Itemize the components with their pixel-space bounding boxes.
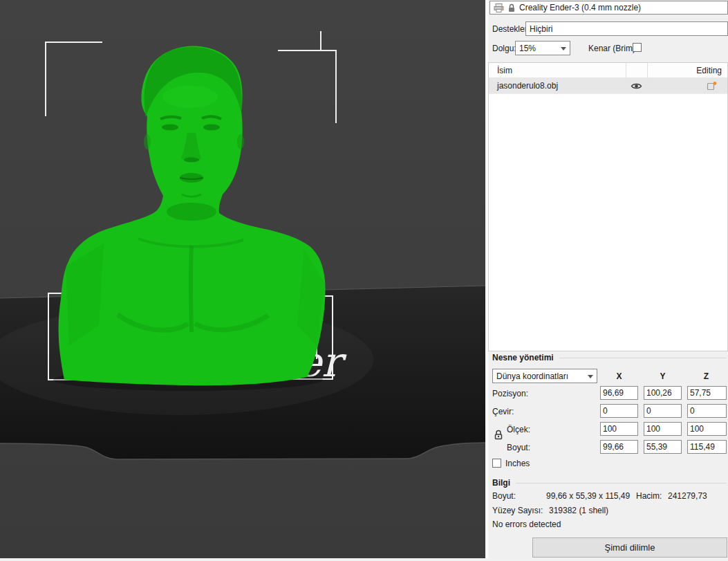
model-lips bbox=[180, 173, 203, 183]
preset-lock-icon bbox=[508, 3, 515, 12]
model-forehead-highlight bbox=[162, 86, 218, 108]
object-list: İsim Editing jasonderulo8.obj bbox=[488, 62, 728, 351]
axis-header-y: Y bbox=[644, 371, 682, 381]
dropdown-caret-icon bbox=[561, 47, 566, 53]
position-y-input[interactable] bbox=[644, 386, 682, 400]
model-ear-right bbox=[237, 134, 244, 149]
infill-label: Dolgu: bbox=[492, 44, 516, 53]
position-label: Pozisyon: bbox=[492, 389, 528, 398]
right-panel: Creality Ender-3 (0.4 mm nozzle) Destekl… bbox=[488, 0, 728, 561]
info-facets-value: 319382 (1 shell) bbox=[549, 506, 608, 515]
info-title-text: Bilgi bbox=[492, 478, 510, 488]
object-row-selected[interactable]: jasonderulo8.obj bbox=[489, 78, 727, 94]
edit-icon[interactable] bbox=[707, 81, 717, 91]
info-size-value: 99,66 x 55,39 x 115,49 bbox=[546, 491, 630, 501]
slice-now-button[interactable]: Şimdi dilimle bbox=[532, 537, 727, 558]
infill-value: 15% bbox=[519, 44, 536, 53]
info-facets-label: Yüzey Sayısı: bbox=[492, 506, 543, 515]
slice-now-label: Şimdi dilimle bbox=[605, 542, 655, 553]
rotate-y-input[interactable] bbox=[644, 404, 682, 418]
column-header-name: İsim bbox=[497, 66, 512, 75]
scale-x-input[interactable] bbox=[600, 422, 638, 436]
scale-y-input[interactable] bbox=[644, 422, 682, 436]
size-label: Boyut: bbox=[507, 443, 530, 452]
object-manipulation-title: Nesne yönetimi bbox=[492, 353, 726, 362]
eye-icon[interactable] bbox=[631, 82, 642, 90]
column-header-editing: Editing bbox=[696, 66, 722, 75]
size-x-input[interactable] bbox=[600, 440, 638, 454]
viewport-3d[interactable]: der bbox=[0, 0, 485, 558]
brim-checkbox[interactable] bbox=[633, 43, 642, 52]
brim-label: Kenar (Brim): bbox=[588, 44, 637, 53]
model-nostrils bbox=[184, 158, 199, 163]
info-size-label: Boyut: bbox=[492, 491, 516, 501]
printer-preset-label: Creality Ender-3 (0.4 mm nozzle) bbox=[519, 3, 641, 12]
model-sternum-line bbox=[191, 246, 192, 332]
object-name: jasonderulo8.obj bbox=[497, 81, 558, 91]
model-neck-shadow bbox=[167, 203, 216, 221]
model-ear-left bbox=[144, 134, 151, 149]
model-eye-left bbox=[162, 125, 178, 131]
column-separator bbox=[647, 63, 648, 78]
slicer-window: der bbox=[0, 0, 728, 561]
scale-z-input[interactable] bbox=[687, 422, 727, 436]
axis-header-z: Z bbox=[687, 371, 725, 381]
viewport-canvas[interactable]: der bbox=[0, 0, 485, 558]
info-volume-label: Hacim: bbox=[636, 491, 662, 501]
inches-checkbox[interactable] bbox=[492, 459, 501, 468]
axis-header-x: X bbox=[600, 371, 638, 381]
inches-label: Inches bbox=[505, 459, 530, 468]
info-volume-value: 241279,73 bbox=[668, 491, 707, 501]
rotate-label: Çevir: bbox=[492, 407, 514, 416]
object-manipulation-title-text: Nesne yönetimi bbox=[492, 353, 554, 362]
coordinate-system-combo[interactable]: Dünya koordinatları bbox=[492, 369, 597, 383]
info-title: Bilgi bbox=[492, 478, 726, 488]
dropdown-caret-icon bbox=[588, 375, 593, 381]
printer-preset-combo[interactable]: Creality Ender-3 (0.4 mm nozzle) bbox=[489, 1, 728, 15]
position-x-input[interactable] bbox=[600, 386, 638, 400]
supports-value: Hiçbiri bbox=[530, 24, 552, 34]
size-z-input[interactable] bbox=[687, 440, 727, 454]
object-list-header: İsim Editing bbox=[489, 63, 727, 78]
window-bottom-edge bbox=[0, 558, 728, 561]
supports-label: Destekler: bbox=[492, 24, 530, 34]
infill-combo[interactable]: 15% bbox=[515, 41, 570, 55]
info-errors-text: No errors detected bbox=[492, 519, 561, 529]
rotate-x-input[interactable] bbox=[600, 404, 638, 418]
model-eye-right bbox=[203, 125, 220, 131]
coordinate-system-value: Dünya koordinatları bbox=[496, 371, 568, 381]
printer-icon bbox=[494, 3, 504, 12]
supports-combo[interactable]: Hiçbiri bbox=[525, 21, 728, 36]
size-y-input[interactable] bbox=[644, 440, 682, 454]
position-z-input[interactable] bbox=[687, 386, 727, 400]
scale-lock-icon[interactable] bbox=[494, 430, 503, 440]
rotate-z-input[interactable] bbox=[687, 404, 727, 418]
column-separator bbox=[626, 63, 626, 78]
scale-label: Ölçek: bbox=[507, 425, 530, 434]
